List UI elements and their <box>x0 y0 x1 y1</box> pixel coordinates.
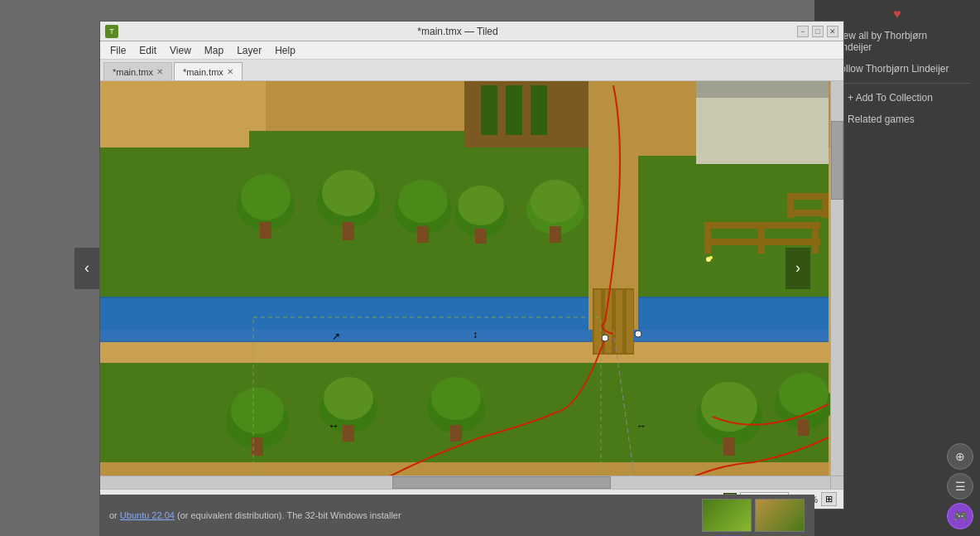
svg-rect-21 <box>696 81 829 98</box>
tab-2-label: *main.tmx <box>183 67 223 77</box>
menu-edit-label: Edit <box>139 45 156 56</box>
menu-layer-label: Layer <box>237 45 262 56</box>
bottom-text: or Ubuntu 22.04 (or equivalent distribut… <box>109 510 401 520</box>
map-canvas: ↔ ↕ ↔ ↕ ↗ <box>100 81 830 476</box>
svg-rect-61 <box>100 462 829 476</box>
menu-layer[interactable]: Layer <box>230 43 268 58</box>
add-to-collection-button[interactable]: ⊞ + Add To Collection <box>824 87 970 109</box>
map-svg: ↔ ↕ ↔ ↕ ↗ <box>100 81 830 476</box>
svg-text:↔: ↔ <box>637 420 646 432</box>
follow-label: Follow Thorbjørn Lindeijer <box>834 63 949 75</box>
svg-point-35 <box>322 170 375 216</box>
svg-rect-9 <box>531 85 547 135</box>
svg-rect-45 <box>550 226 561 243</box>
menu-view[interactable]: View <box>163 43 198 58</box>
scrollbar-vertical-thumb[interactable] <box>831 121 843 200</box>
view-all-button[interactable]: View all by Thorbjørn Lindeijer <box>824 25 970 58</box>
svg-rect-8 <box>506 85 522 135</box>
left-arrow-icon: ‹ <box>84 259 89 277</box>
right-arrow-icon: › <box>795 259 800 277</box>
svg-rect-60 <box>798 419 809 436</box>
tab-2[interactable]: *main.tmx ✕ <box>174 62 243 80</box>
scrollbar-vertical[interactable] <box>830 81 843 476</box>
bottom-thumbnails <box>702 499 805 532</box>
search-icon: ⊕ <box>955 450 965 463</box>
scrollbar-corner <box>830 476 843 489</box>
svg-rect-10 <box>100 81 249 147</box>
menu-edit[interactable]: Edit <box>132 43 163 58</box>
svg-rect-19 <box>627 290 633 353</box>
window-title: *main.tmx — Tiled <box>118 26 797 37</box>
window-controls: − □ ✕ <box>797 26 838 37</box>
svg-point-41 <box>458 186 504 225</box>
svg-point-67 <box>602 335 608 341</box>
svg-rect-57 <box>723 437 735 456</box>
menu-view-label: View <box>170 45 191 56</box>
add-to-collection-label: + Add To Collection <box>848 92 933 104</box>
minimize-button[interactable]: − <box>797 26 809 37</box>
svg-point-47 <box>231 388 284 434</box>
menu-file-label: File <box>110 45 126 56</box>
menu-bar: File Edit View Map Layer Help <box>100 41 843 60</box>
map-canvas-container[interactable]: ↔ ↕ ↔ ↕ ↗ <box>100 81 843 489</box>
icon-button-1[interactable]: ⊕ <box>947 443 973 470</box>
menu-help-label: Help <box>275 45 295 56</box>
icon-button-3[interactable]: 🎮 <box>947 503 973 529</box>
nav-arrow-right[interactable]: › <box>785 248 810 289</box>
scrollbar-horizontal-thumb[interactable] <box>392 476 612 489</box>
close-button[interactable]: ✕ <box>827 26 838 37</box>
menu-map-label: Map <box>204 45 223 56</box>
thumbnail-2 <box>755 499 805 532</box>
ubuntu-link[interactable]: Ubuntu 22.04 <box>120 510 175 520</box>
game-heart-row: ♥ <box>824 7 970 22</box>
sidebar-divider-1 <box>824 83 970 84</box>
tabs-bar: *main.tmx ✕ *main.tmx ✕ <box>100 60 843 81</box>
nav-arrow-left[interactable]: ‹ <box>74 248 99 289</box>
menu-file[interactable]: File <box>103 43 132 58</box>
bottom-content: or Ubuntu 22.04 (or equivalent distribut… <box>99 495 814 536</box>
svg-point-53 <box>431 377 481 420</box>
tab-2-close[interactable]: ✕ <box>227 67 233 76</box>
svg-point-59 <box>779 373 829 416</box>
svg-text:↔: ↔ <box>328 419 339 432</box>
view-all-label: View all by Thorbjørn Lindeijer <box>834 30 960 53</box>
svg-rect-54 <box>450 425 462 442</box>
svg-rect-42 <box>475 229 487 244</box>
svg-rect-51 <box>343 425 354 442</box>
game-icon: 🎮 <box>954 509 968 523</box>
svg-rect-36 <box>343 222 354 240</box>
maximize-button[interactable]: □ <box>812 26 824 37</box>
icon-button-2[interactable]: ☰ <box>947 473 973 500</box>
heart-icon: ♥ <box>893 7 901 22</box>
related-games-label: Related games <box>848 113 915 125</box>
svg-point-44 <box>531 180 580 223</box>
svg-rect-13 <box>100 298 829 340</box>
svg-rect-29 <box>787 193 794 218</box>
scrollbar-horizontal[interactable] <box>100 476 830 489</box>
tiled-window: T *main.tmx — Tiled − □ ✕ File Edit View… <box>99 21 844 509</box>
thumbnail-1 <box>702 499 752 532</box>
svg-rect-24 <box>704 222 711 254</box>
svg-rect-33 <box>260 222 271 239</box>
follow-button[interactable]: Follow Thorbjørn Lindeijer <box>824 58 970 80</box>
svg-rect-30 <box>822 193 829 218</box>
related-games-button[interactable]: ⊞ Related games <box>824 109 970 130</box>
svg-text:↕: ↕ <box>473 329 478 340</box>
tab-1-label: *main.tmx <box>113 67 153 77</box>
window-titlebar: T *main.tmx — Tiled − □ ✕ <box>100 22 843 41</box>
svg-point-38 <box>398 180 448 223</box>
svg-point-69 <box>635 331 641 337</box>
list-icon: ☰ <box>955 480 966 493</box>
menu-help[interactable]: Help <box>268 43 302 58</box>
svg-rect-39 <box>417 226 429 243</box>
menu-map[interactable]: Map <box>198 43 230 58</box>
tab-1[interactable]: *main.tmx ✕ <box>103 62 172 80</box>
svg-text:↗: ↗ <box>332 331 340 342</box>
svg-rect-16 <box>594 290 601 353</box>
svg-point-76 <box>709 256 713 259</box>
zoom-fit-button[interactable]: ⊞ <box>821 492 837 506</box>
svg-rect-18 <box>616 290 622 353</box>
tab-1-close[interactable]: ✕ <box>156 67 163 76</box>
svg-rect-26 <box>758 222 765 254</box>
app-icon: T <box>105 25 118 38</box>
